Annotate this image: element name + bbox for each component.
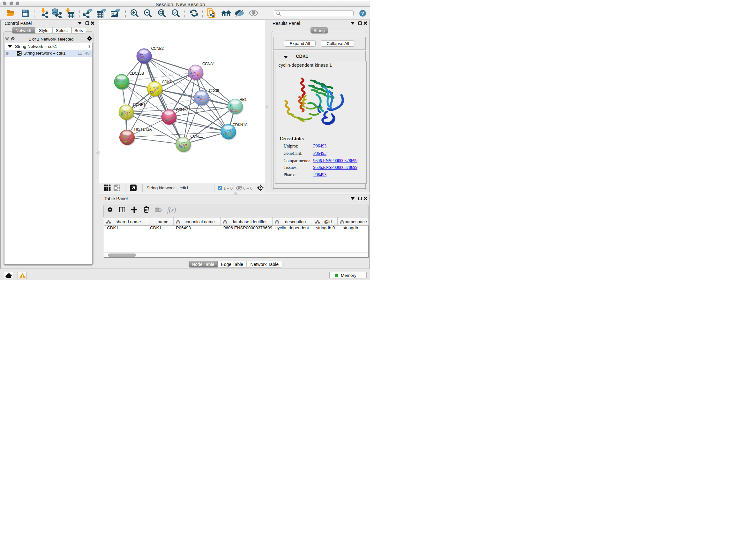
svg-text:CDK1: CDK1 [162, 80, 172, 84]
svg-text:CCNA1: CCNA1 [202, 62, 215, 66]
svg-text:CCNB2: CCNB2 [151, 46, 164, 51]
svg-text:CCNE1: CCNE1 [191, 134, 203, 138]
svg-text:CDC6: CDC6 [209, 88, 219, 93]
svg-text:CDKN1A: CDKN1A [232, 123, 248, 127]
svg-text:CDC25B: CDC25B [130, 71, 144, 76]
svg-text:HIST1H1A: HIST1H1A [134, 127, 152, 132]
svg-text:RB1: RB1 [240, 98, 247, 102]
svg-text:CCNB1: CCNB1 [133, 103, 146, 107]
svg-text:CCNA2: CCNA2 [176, 108, 189, 112]
